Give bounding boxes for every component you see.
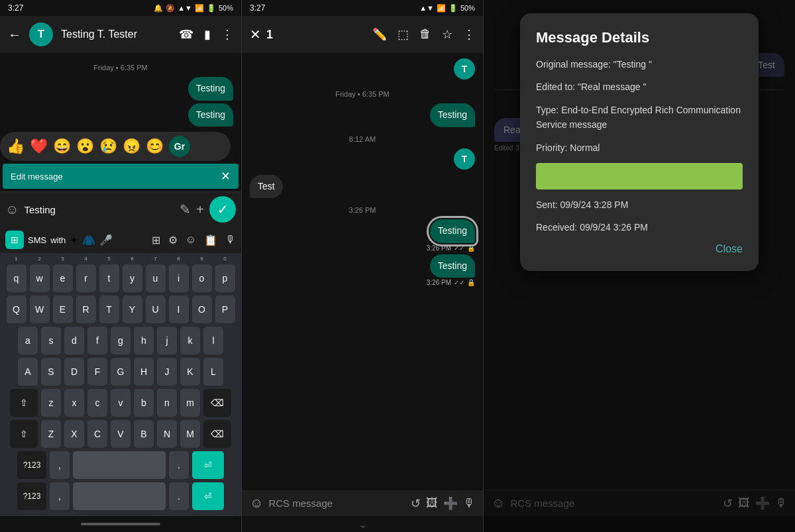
key-F[interactable]: F	[87, 358, 107, 386]
key-T[interactable]: T	[99, 295, 119, 323]
key-O[interactable]: O	[192, 295, 212, 323]
key-Q[interactable]: Q	[7, 295, 26, 323]
key-U[interactable]: U	[146, 295, 166, 323]
key-P[interactable]: P	[215, 295, 235, 323]
key-shift-2[interactable]: ⇧	[10, 420, 38, 448]
pencil-icon[interactable]: ✎	[180, 201, 191, 217]
key-q[interactable]: q	[7, 264, 26, 292]
key-b[interactable]: b	[134, 389, 154, 417]
key-D[interactable]: D	[64, 358, 84, 386]
key-shift[interactable]: ⇧	[10, 389, 38, 417]
emoji-laugh[interactable]: 😄	[53, 138, 71, 155]
key-u[interactable]: u	[146, 264, 166, 292]
emoji-smile[interactable]: 😊	[146, 138, 164, 155]
key-C[interactable]: C	[87, 420, 107, 448]
star-icon[interactable]: ☆	[442, 27, 452, 42]
edit-icon[interactable]: ✏️	[372, 27, 387, 42]
key-W[interactable]: W	[30, 295, 50, 323]
key-s[interactable]: s	[41, 327, 61, 354]
key-K[interactable]: K	[180, 358, 200, 386]
key-backspace-2[interactable]: ⌫	[203, 420, 231, 448]
key-enter[interactable]: ⏎	[192, 451, 224, 479]
emoji-icon-mid[interactable]: ☺	[250, 496, 263, 511]
key-e[interactable]: e	[53, 264, 73, 292]
key-i[interactable]: i	[169, 264, 189, 292]
image-icon-mid[interactable]: 🖼	[426, 496, 438, 510]
msg-bubble-mid-3[interactable]: Testing	[430, 254, 475, 278]
key-E[interactable]: E	[53, 295, 73, 323]
key-Z[interactable]: Z	[41, 420, 61, 448]
dialog-close-button[interactable]: Close	[536, 243, 743, 255]
phone-icon[interactable]: ☎	[179, 27, 193, 42]
key-M[interactable]: M	[180, 420, 200, 448]
key-comma-2[interactable]: ,	[50, 482, 70, 510]
key-enter-2[interactable]: ⏎	[192, 482, 224, 510]
msg-bubble-mid-1[interactable]: Testing	[430, 103, 475, 127]
clipboard-icon[interactable]: 📋	[204, 234, 217, 246]
emoji-more-button[interactable]: Gr	[169, 136, 190, 157]
key-N[interactable]: N	[157, 420, 177, 448]
audio-icon-mid[interactable]: 🎙	[463, 496, 475, 510]
emoji-thumbs-up[interactable]: 👍	[7, 138, 25, 155]
key-space-2[interactable]	[73, 482, 166, 510]
key-h[interactable]: h	[134, 327, 154, 354]
key-X[interactable]: X	[64, 420, 84, 448]
key-backspace[interactable]: ⌫	[203, 389, 231, 417]
msg-bubble-sent-2[interactable]: Testing	[188, 103, 233, 127]
key-V[interactable]: V	[111, 420, 131, 448]
contact-name-left[interactable]: Testing T. Tester	[61, 28, 171, 40]
attach-icon[interactable]: +	[196, 202, 204, 217]
key-n[interactable]: n	[157, 389, 177, 417]
key-A[interactable]: A	[18, 358, 38, 386]
refresh-icon-mid[interactable]: ↺	[411, 496, 421, 511]
emoji-heart[interactable]: ❤️	[30, 138, 48, 155]
grid-icon[interactable]: ⊞	[152, 234, 160, 246]
key-H[interactable]: H	[134, 358, 154, 386]
settings-icon[interactable]: ⚙	[168, 234, 178, 246]
close-select-button[interactable]: ✕	[250, 27, 261, 42]
key-f[interactable]: f	[87, 327, 107, 354]
delete-icon[interactable]: 🗑	[419, 27, 431, 42]
key-I[interactable]: I	[169, 295, 189, 323]
key-v[interactable]: v	[111, 389, 131, 417]
input-placeholder-mid[interactable]: RCS message	[268, 498, 405, 509]
key-period-2[interactable]: .	[169, 482, 189, 510]
mic-icon[interactable]: 🎤	[99, 234, 113, 246]
key-x[interactable]: x	[64, 389, 84, 417]
more-icon[interactable]: ⋮	[221, 27, 233, 42]
key-z[interactable]: z	[41, 389, 61, 417]
msg-bubble-mid-2[interactable]: Test	[250, 175, 283, 199]
key-J[interactable]: J	[157, 358, 177, 386]
key-p[interactable]: p	[215, 264, 235, 292]
key-B[interactable]: B	[134, 420, 154, 448]
key-S[interactable]: S	[41, 358, 61, 386]
key-c[interactable]: c	[87, 389, 107, 417]
msg-bubble-mid-selected[interactable]: Testing	[430, 219, 475, 243]
key-Y[interactable]: Y	[123, 295, 142, 323]
key-space[interactable]	[73, 451, 166, 479]
key-R[interactable]: R	[76, 295, 96, 323]
message-input-left[interactable]	[24, 201, 174, 218]
copy-icon[interactable]: ⬚	[398, 27, 409, 42]
emoji-icon[interactable]: ☺	[186, 234, 196, 246]
voice-icon[interactable]: 🎙	[225, 234, 236, 246]
video-icon[interactable]: ▮	[204, 27, 211, 42]
key-j[interactable]: j	[157, 327, 177, 354]
key-o[interactable]: o	[192, 264, 212, 292]
key-d[interactable]: d	[64, 327, 84, 354]
edit-close-button[interactable]: ✕	[221, 169, 231, 184]
key-num-toggle[interactable]: ?123	[17, 451, 46, 479]
msg-bubble-sent-1[interactable]: Testing	[188, 77, 233, 101]
key-period[interactable]: .	[169, 451, 189, 479]
more-icon-mid[interactable]: ⋮	[463, 27, 475, 42]
key-l[interactable]: l	[203, 327, 223, 354]
key-k[interactable]: k	[180, 327, 200, 354]
back-button[interactable]: ←	[8, 27, 21, 42]
send-button-left[interactable]: ✓	[209, 196, 236, 223]
key-num-toggle-2[interactable]: ?123	[17, 482, 46, 510]
key-r[interactable]: r	[76, 264, 96, 292]
key-m[interactable]: m	[180, 389, 200, 417]
emoji-surprise[interactable]: 😮	[76, 138, 94, 155]
key-t[interactable]: t	[99, 264, 119, 292]
key-w[interactable]: w	[30, 264, 50, 292]
